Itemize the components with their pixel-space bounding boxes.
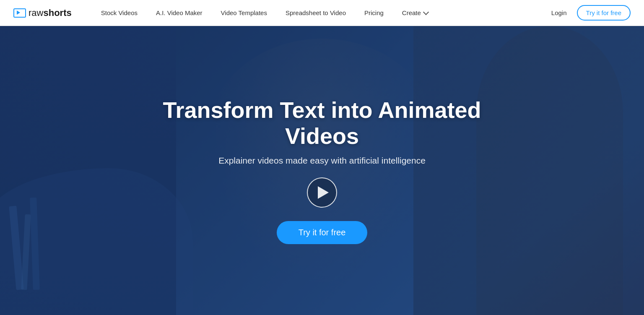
nav-links: Stock Videos A.I. Video Maker Video Temp… [92,0,545,26]
hero-section: Transform Text into Animated Videos Expl… [0,26,644,315]
logo-text: rawshorts [29,8,72,18]
nav-ai-video-maker[interactable]: A.I. Video Maker [147,0,212,26]
logo-shorts: shorts [43,8,71,18]
hero-content: Transform Text into Animated Videos Expl… [0,26,644,315]
nav-pricing[interactable]: Pricing [355,0,393,26]
logo-raw: raw [29,8,43,18]
hero-title: Transform Text into Animated Videos [133,97,511,149]
logo-icon [13,8,26,18]
nav-spreadsheet-to-video[interactable]: Spreadsheet to Video [276,0,355,26]
nav-create[interactable]: Create [393,0,437,26]
logo[interactable]: rawshorts [13,8,72,18]
play-icon [318,186,329,199]
login-link[interactable]: Login [545,9,574,16]
play-button[interactable] [307,177,337,208]
navbar: rawshorts Stock Videos A.I. Video Maker … [0,0,644,26]
try-free-nav-button[interactable]: Try it for free [577,5,631,21]
hero-subtitle: Explainer videos made easy with artifici… [218,156,426,166]
chevron-down-icon [423,9,429,15]
nav-right: Login Try it for free [545,5,631,21]
try-free-hero-button[interactable]: Try it for free [277,221,368,244]
nav-video-templates[interactable]: Video Templates [212,0,276,26]
nav-stock-videos[interactable]: Stock Videos [92,0,147,26]
